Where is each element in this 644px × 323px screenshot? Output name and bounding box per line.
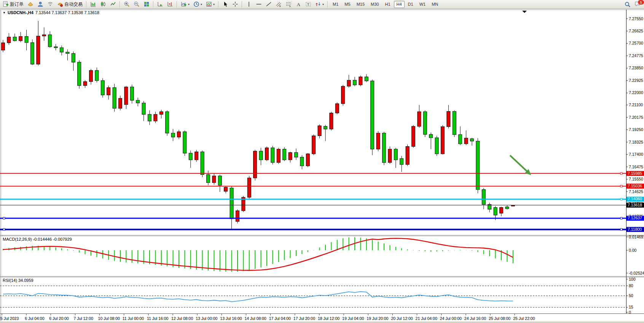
candlestick[interactable] bbox=[130, 87, 134, 100]
candlestick[interactable] bbox=[136, 100, 140, 103]
candlestick[interactable] bbox=[148, 114, 151, 121]
candlestick[interactable] bbox=[101, 81, 104, 95]
candlestick[interactable] bbox=[423, 112, 427, 134]
candlestick[interactable] bbox=[78, 62, 81, 85]
candlestick[interactable] bbox=[224, 187, 228, 192]
candlestick[interactable] bbox=[470, 139, 474, 141]
candlestick[interactable] bbox=[353, 80, 357, 85]
candlestick[interactable] bbox=[247, 178, 251, 197]
candlestick[interactable] bbox=[383, 133, 386, 162]
cursor-button[interactable] bbox=[221, 0, 230, 8]
line-drag-handle[interactable] bbox=[620, 185, 622, 187]
line-chart-button[interactable] bbox=[108, 0, 118, 8]
line-drag-handle[interactable] bbox=[3, 217, 5, 219]
fibonacci-button[interactable]: F bbox=[284, 0, 293, 8]
candlestick[interactable] bbox=[406, 147, 409, 165]
candlestick[interactable] bbox=[347, 80, 351, 86]
periods-button[interactable]: ▾ bbox=[192, 0, 204, 8]
candlestick[interactable] bbox=[195, 152, 198, 160]
hline-button[interactable] bbox=[254, 0, 263, 8]
candlestick[interactable] bbox=[177, 132, 181, 137]
signals-button[interactable] bbox=[46, 0, 55, 8]
candlestick[interactable] bbox=[295, 152, 298, 157]
candlestick[interactable] bbox=[429, 134, 433, 138]
timeframe-button-h4[interactable]: H4 bbox=[394, 1, 405, 8]
candlestick[interactable] bbox=[441, 127, 445, 154]
channel-button[interactable]: E bbox=[274, 0, 283, 8]
line-drag-handle[interactable] bbox=[620, 173, 622, 174]
chart-canvas[interactable]: 7.275507.266257.257007.247757.238507.229… bbox=[0, 9, 644, 323]
candlestick[interactable] bbox=[7, 37, 11, 43]
candlestick[interactable] bbox=[318, 126, 321, 136]
candlestick[interactable] bbox=[330, 113, 333, 129]
candlestick[interactable] bbox=[42, 35, 46, 36]
line-drag-handle[interactable] bbox=[620, 217, 622, 219]
chart-shift-button[interactable] bbox=[166, 0, 175, 8]
chart-style-button[interactable] bbox=[26, 0, 35, 8]
community-button[interactable] bbox=[36, 0, 45, 8]
candlestick[interactable] bbox=[476, 141, 480, 189]
candlestick[interactable] bbox=[95, 70, 99, 81]
candlestick[interactable] bbox=[505, 207, 509, 209]
candlestick[interactable] bbox=[265, 148, 269, 160]
crosshair-button[interactable] bbox=[231, 0, 240, 8]
candlestick[interactable] bbox=[394, 149, 397, 160]
candlestick[interactable] bbox=[459, 134, 462, 144]
candlestick[interactable] bbox=[183, 132, 187, 153]
candlestick[interactable] bbox=[124, 87, 128, 104]
indicators-button[interactable]: ▾ bbox=[179, 0, 191, 8]
candlestick[interactable] bbox=[300, 157, 304, 166]
candlestick[interactable] bbox=[236, 211, 239, 221]
candlestick[interactable] bbox=[253, 151, 257, 178]
candlestick[interactable] bbox=[218, 176, 222, 185]
candlestick[interactable] bbox=[388, 149, 392, 163]
candlestick[interactable] bbox=[230, 188, 233, 219]
auto-scroll-button[interactable] bbox=[156, 0, 165, 8]
candlestick[interactable] bbox=[482, 190, 485, 205]
candlestick[interactable] bbox=[435, 138, 438, 154]
timeframe-button-mn[interactable]: MN bbox=[429, 1, 441, 8]
timeframe-button-m5[interactable]: M5 bbox=[342, 1, 353, 8]
chart-window[interactable]: 7.275507.266257.257007.247757.238507.229… bbox=[0, 9, 644, 323]
candlestick[interactable] bbox=[159, 112, 163, 114]
candlestick[interactable] bbox=[306, 154, 309, 166]
candlestick[interactable] bbox=[277, 149, 280, 163]
candlestick[interactable] bbox=[359, 77, 362, 85]
candlestick[interactable] bbox=[464, 138, 468, 144]
candlestick[interactable] bbox=[142, 103, 145, 114]
candlestick[interactable] bbox=[341, 86, 345, 104]
candle-chart-button[interactable] bbox=[99, 0, 108, 8]
candlestick[interactable] bbox=[212, 176, 216, 183]
timeframe-button-d1[interactable]: D1 bbox=[405, 1, 416, 8]
candlestick[interactable] bbox=[283, 149, 286, 160]
candlestick[interactable] bbox=[400, 158, 403, 165]
candlestick[interactable] bbox=[335, 104, 339, 113]
candlestick[interactable] bbox=[453, 111, 456, 134]
candlestick[interactable] bbox=[37, 36, 40, 64]
candlestick[interactable] bbox=[72, 53, 75, 62]
timeframe-button-m15[interactable]: M15 bbox=[354, 1, 367, 8]
timeframe-button-m30[interactable]: M30 bbox=[368, 1, 381, 8]
autotrade-button[interactable]: 自动交易 bbox=[56, 0, 84, 8]
candlestick[interactable] bbox=[31, 43, 34, 64]
search-button[interactable] bbox=[623, 0, 632, 8]
trendline-button[interactable] bbox=[264, 0, 273, 8]
candlestick[interactable] bbox=[13, 37, 16, 41]
templates-button[interactable]: ▾ bbox=[204, 0, 216, 8]
timeframe-button-h1[interactable]: H1 bbox=[382, 1, 393, 8]
candlestick[interactable] bbox=[107, 88, 110, 95]
chat-button[interactable]: 1 bbox=[633, 0, 642, 8]
candlestick[interactable] bbox=[289, 152, 292, 160]
candlestick[interactable] bbox=[201, 152, 204, 175]
candlestick[interactable] bbox=[89, 70, 93, 82]
candlestick[interactable] bbox=[271, 148, 274, 163]
text-button[interactable]: A bbox=[294, 0, 303, 8]
candlestick[interactable] bbox=[166, 112, 169, 133]
timeframe-button-w1[interactable]: W1 bbox=[417, 1, 429, 8]
candlestick[interactable] bbox=[119, 98, 122, 108]
candlestick[interactable] bbox=[171, 133, 175, 137]
candlestick[interactable] bbox=[324, 126, 327, 129]
candlestick[interactable] bbox=[19, 37, 22, 41]
shapes-button[interactable]: ▾ bbox=[314, 0, 325, 8]
new-order-button[interactable]: 新订单 bbox=[1, 0, 25, 8]
